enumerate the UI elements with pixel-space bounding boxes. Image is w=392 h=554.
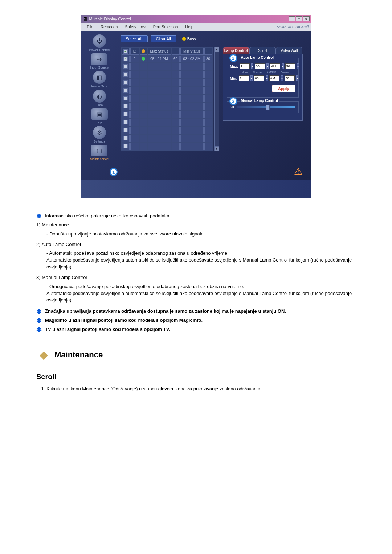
sidebar-item-label: Image Size [91,85,107,88]
min-minute-input[interactable] [254,75,264,81]
bold-note-3: ✱ TV ulazni signal postoji samo kod mode… [36,326,356,333]
menu-file[interactable]: File [83,24,97,30]
tab-scroll[interactable]: Scroll [249,47,276,54]
max-minute-input[interactable] [255,63,265,69]
row-checkbox[interactable] [123,104,128,108]
table-row[interactable] [122,119,212,126]
step-1: Kliknite na ikonu Maintenance (Održavanj… [46,386,356,393]
sidebar-item-image-size[interactable]: ◧Image Size [91,71,107,88]
chevron-down-icon[interactable]: ▾ [251,63,253,69]
section-title: Maintenance [54,349,103,361]
row-checkbox[interactable] [123,144,128,148]
sidebar-item-label: Input Source [90,66,109,69]
item-3: 3) Manual Lamp Control [36,274,356,281]
slider-handle[interactable] [266,105,270,110]
sub-hour: Hour [242,71,248,74]
scroll-down-button[interactable]: ▼ [214,146,219,151]
chevron-down-icon[interactable]: ▾ [266,63,269,69]
tab-video-wall[interactable]: Video Wall [276,47,302,54]
max-hour-input[interactable] [240,63,250,69]
sidebar-item-label: Power Control [89,48,110,52]
grid-scrollbar[interactable]: ▲ ▼ [214,47,219,151]
table-row[interactable] [122,95,212,102]
tab-lamp-control[interactable]: Lamp Control [223,47,249,54]
menu-remocon[interactable]: Remocon [97,24,121,30]
max-ampm-input[interactable] [270,63,280,69]
bold-note-2: ✱ MagicInfo ulazni signal postoji samo k… [36,317,356,324]
min-ampm-input[interactable] [269,75,279,81]
table-row[interactable] [122,127,212,134]
sidebar-item-input-source[interactable]: ⇢Input Source [90,53,109,69]
minimize-button[interactable]: _ [289,16,295,21]
sidebar-item-time[interactable]: ◐Time [93,90,106,107]
row-checkbox[interactable] [123,136,128,140]
sidebar-item-settings[interactable]: ⚙Settings [93,126,106,143]
chevron-down-icon[interactable]: ▾ [297,63,299,69]
cell-max: 05 : 04 PM [148,56,171,62]
note-line: ✱ Informacijska rešetka prikazuje nekoli… [36,213,356,219]
clear-all-button[interactable]: Clear All [151,35,176,42]
lamp-slider[interactable] [237,106,295,108]
close-button[interactable]: × [303,16,310,21]
section-heading: ◆ Maintenance [36,348,356,362]
star-icon: ✱ [36,213,42,219]
callout-2: 2 [229,54,237,62]
maintenance-icon: ▢ [91,145,107,156]
table-row[interactable] [122,87,212,94]
col-min-status: Min Status [180,48,204,55]
row-checkbox[interactable] [123,88,128,93]
chevron-down-icon[interactable]: ▾ [281,75,283,81]
row-checkbox[interactable] [123,120,128,124]
star-icon: ✱ [36,327,42,333]
menu-port-selection[interactable]: Port Selection [150,24,181,30]
busy-icon [182,37,186,41]
table-row[interactable] [122,71,212,78]
busy-label: Busy [187,37,196,41]
col-status [140,48,147,55]
table-row[interactable]: 0 05 : 04 PM 60 03 : 02 AM 80 [122,56,212,62]
sidebar-item-maintenance[interactable]: ▢Maintenance [90,145,109,161]
max-value-input[interactable] [285,63,295,69]
menu-bar: File Remocon Safety Lock Port Selection … [81,23,311,31]
busy-indicator: Busy [182,37,196,41]
sidebar-item-power-control[interactable]: ⏻Power Control [89,34,110,52]
chevron-down-icon[interactable]: ▾ [282,63,284,69]
row-checkbox[interactable] [123,57,128,61]
col-check[interactable] [122,48,130,55]
scroll-up-button[interactable]: ▲ [214,47,219,52]
cell-id: 0 [130,56,139,62]
item-2: 2) Auto Lamp Control [36,241,356,248]
table-row[interactable] [122,79,212,86]
callout-3: 3 [229,97,237,105]
title-bar: 🖥 Multiple Display Control _ □ × [81,15,311,23]
row-checkbox[interactable] [123,112,128,116]
table-row[interactable] [122,63,212,70]
select-all-button[interactable]: Select All [121,35,148,42]
row-checkbox[interactable] [123,64,128,69]
bold-note-1: ✱ Značajka upravljanja postavkama održav… [36,308,356,315]
max-label: Max. [230,65,238,69]
chevron-down-icon[interactable]: ▾ [250,75,253,81]
row-checkbox[interactable] [123,128,128,132]
sidebar-item-label: Maintenance [90,157,109,161]
mdc-window: 🖥 Multiple Display Control _ □ × File Re… [81,15,311,198]
sub-ampm: AM/PM [267,71,276,74]
row-checkbox[interactable] [123,96,128,100]
apply-button[interactable]: Apply [272,85,295,92]
maximize-button[interactable]: □ [296,16,302,21]
min-hour-input[interactable] [239,75,249,81]
table-row[interactable] [122,143,212,150]
table-row[interactable] [122,103,212,110]
chevron-down-icon[interactable]: ▾ [266,75,268,81]
table-row[interactable] [122,111,212,118]
slider-value: 50 [230,105,234,109]
sidebar-item-pip[interactable]: ▣PIP [91,108,108,124]
row-checkbox[interactable] [123,80,128,85]
table-row[interactable] [122,135,212,142]
item-2a: - Automatski podešava pozadinsko osvjetl… [46,250,356,257]
menu-help[interactable]: Help [181,24,197,30]
row-checkbox[interactable] [123,72,128,77]
menu-safety-lock[interactable]: Safety Lock [121,24,149,30]
chevron-down-icon[interactable]: ▾ [296,75,298,81]
min-value-input[interactable] [285,75,295,81]
